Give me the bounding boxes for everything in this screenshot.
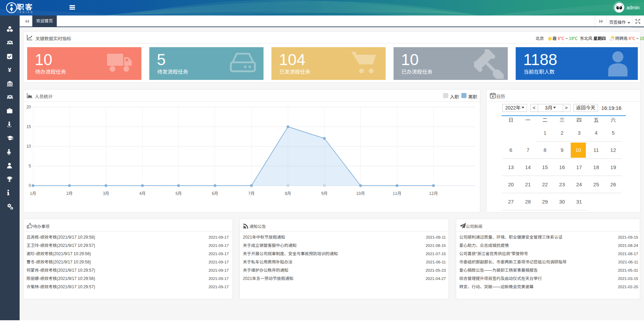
svg-text:20: 20 [26,105,31,110]
svg-text:¥: ¥ [8,67,11,73]
svg-text:7月: 7月 [248,190,255,196]
svg-text:5月: 5月 [175,190,182,196]
svg-text:2月: 2月 [66,190,73,196]
svg-text:6月: 6月 [212,190,218,196]
svg-text:1月: 1月 [30,190,36,196]
svg-text:10: 10 [26,144,31,149]
svg-text:5: 5 [29,164,31,168]
svg-text:12月: 12月 [429,190,438,196]
svg-text:8月: 8月 [285,190,291,196]
svg-text:0: 0 [29,183,31,188]
svg-text:9月: 9月 [321,190,328,196]
svg-text:11月: 11月 [393,190,401,196]
svg-text:3月: 3月 [103,190,109,196]
svg-text:15: 15 [26,124,31,129]
svg-text:10月: 10月 [356,190,365,196]
svg-text:4月: 4月 [139,190,146,196]
